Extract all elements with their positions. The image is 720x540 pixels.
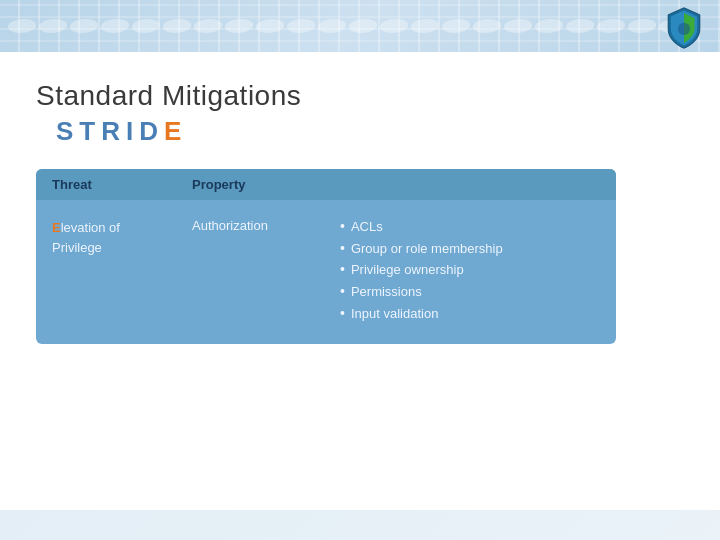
stride-letter-s: S bbox=[56, 116, 79, 146]
diamond-decoration bbox=[99, 19, 131, 33]
diamond-decoration bbox=[37, 19, 69, 33]
diamond-decoration bbox=[440, 19, 472, 33]
diamond-decoration bbox=[192, 19, 224, 33]
bullets-column: ACLs Group or role membership Privilege … bbox=[332, 216, 600, 324]
diamond-decoration bbox=[564, 19, 596, 33]
diamond-decoration bbox=[316, 19, 348, 33]
diamond-decoration bbox=[471, 19, 503, 33]
list-item: Privilege ownership bbox=[340, 259, 600, 281]
diamond-decoration bbox=[161, 19, 193, 33]
top-banner bbox=[0, 0, 720, 52]
stride-title: STRIDE bbox=[36, 116, 684, 147]
stride-letter-r: R bbox=[101, 116, 126, 146]
table-header: Threat Property bbox=[36, 169, 616, 200]
diamond-decoration bbox=[6, 19, 38, 33]
property-cell: Authorization bbox=[192, 216, 332, 233]
list-item: Input validation bbox=[340, 303, 600, 325]
diamond-decoration bbox=[409, 19, 441, 33]
threat-cell: Elevation of Privilege bbox=[52, 216, 192, 257]
list-item: Group or role membership bbox=[340, 238, 600, 260]
list-item: ACLs bbox=[340, 216, 600, 238]
diamond-decoration bbox=[595, 19, 627, 33]
diamond-decoration bbox=[130, 19, 162, 33]
diamond-decoration bbox=[347, 19, 379, 33]
main-content: Standard Mitigations STRIDE Threat Prope… bbox=[0, 52, 720, 364]
svg-point-0 bbox=[678, 23, 690, 35]
diamond-decoration bbox=[68, 19, 100, 33]
list-item: Permissions bbox=[340, 281, 600, 303]
column-header-property: Property bbox=[192, 177, 332, 192]
table-row: Elevation of Privilege Authorization ACL… bbox=[36, 200, 616, 344]
diamond-decoration bbox=[378, 19, 410, 33]
diamond-decoration bbox=[254, 19, 286, 33]
shield-icon bbox=[662, 6, 706, 50]
bullet-list: ACLs Group or role membership Privilege … bbox=[340, 216, 600, 324]
threat-text-part2: Privilege bbox=[52, 240, 102, 255]
stride-letter-e: E bbox=[164, 116, 187, 146]
diamond-decoration bbox=[285, 19, 317, 33]
diamond-decoration bbox=[223, 19, 255, 33]
diamond-decoration bbox=[502, 19, 534, 33]
stride-letter-t: T bbox=[79, 116, 101, 146]
threat-highlight-letter: E bbox=[52, 220, 61, 235]
stride-letter-i: I bbox=[126, 116, 139, 146]
column-header-threat: Threat bbox=[52, 177, 192, 192]
page-title: Standard Mitigations bbox=[36, 80, 684, 112]
bottom-decorative-strip bbox=[0, 510, 720, 540]
diamond-decoration bbox=[533, 19, 565, 33]
stride-letter-d: D bbox=[139, 116, 164, 146]
table-card: Threat Property Elevation of Privilege A… bbox=[36, 169, 616, 344]
threat-text-part1: levation of bbox=[61, 220, 120, 235]
diamond-decoration bbox=[626, 19, 658, 33]
diamond-pattern bbox=[0, 0, 720, 52]
